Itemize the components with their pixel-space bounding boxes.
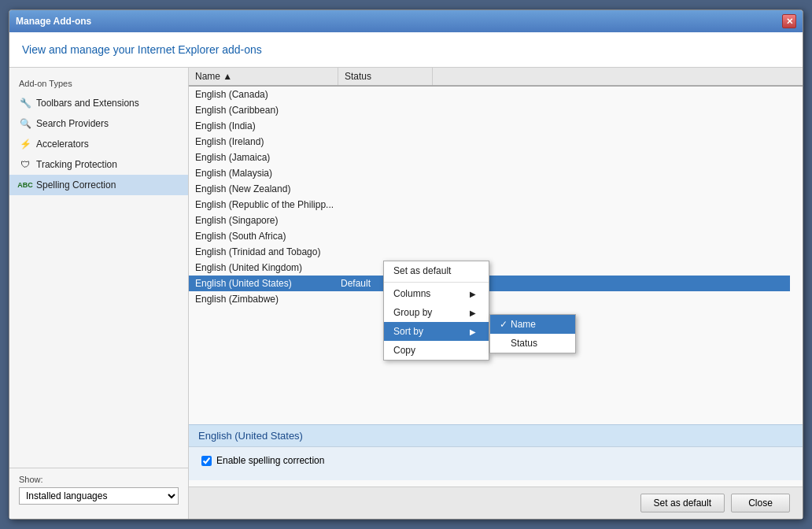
sidebar-toolbars-label: Toolbars and Extensions <box>36 98 139 109</box>
toolbars-icon: 🔧 <box>19 97 31 109</box>
search-icon: 🔍 <box>19 117 31 130</box>
list-item-name: English (Trinidad and Tobago) <box>195 246 341 257</box>
set-as-default-button[interactable]: Set as default <box>640 494 725 512</box>
header-text: View and manage your Internet Explorer a… <box>22 43 262 56</box>
list-item-name: English (New Zealand) <box>195 183 341 194</box>
window-close-button[interactable]: ✕ <box>782 14 796 28</box>
list-item-name: English (Ireland) <box>195 136 341 147</box>
enable-spelling-checkbox[interactable] <box>201 456 212 466</box>
col-status[interactable]: Status <box>338 68 433 85</box>
bottom-section: Enable spelling correction <box>189 446 803 480</box>
list-item[interactable]: English (Trinidad and Tobago) <box>189 244 790 260</box>
list-item-name: English (Jamaica) <box>195 152 341 163</box>
context-copy[interactable]: Copy <box>384 341 489 360</box>
list-item[interactable]: English (Republic of the Philipp... <box>189 197 790 213</box>
list-item-name: English (Singapore) <box>195 215 341 226</box>
title-bar: Manage Add-ons ✕ <box>9 10 803 32</box>
spelling-icon: ABC <box>19 179 31 191</box>
sort-by-name[interactable]: ✓ Name <box>490 315 575 334</box>
group-by-arrow: ▶ <box>470 309 476 317</box>
close-button[interactable]: Close <box>731 494 790 512</box>
list-item[interactable]: English (Singapore) <box>189 213 790 228</box>
list-item[interactable]: English (India) <box>189 118 790 134</box>
show-label: Show: <box>19 475 179 484</box>
columns-arrow: ▶ <box>470 290 476 298</box>
list-item-name: English (Zimbabwe) <box>195 294 341 305</box>
name-checkmark: ✓ <box>500 319 507 330</box>
list-item[interactable]: English (Canada) <box>189 87 790 102</box>
manage-addons-window: Manage Add-ons ✕ View and manage your In… <box>9 9 803 520</box>
list-header: Name ▲ Status <box>189 68 803 87</box>
list-item[interactable]: English (Malaysia) <box>189 165 790 181</box>
context-set-default[interactable]: Set as default <box>384 261 489 280</box>
context-sort-by[interactable]: Sort by ▶ <box>384 322 489 341</box>
tracking-icon: 🛡 <box>19 158 31 171</box>
col-name[interactable]: Name ▲ <box>189 68 338 85</box>
selected-info-bar: English (United States) <box>189 424 803 446</box>
context-sep-1 <box>384 282 489 283</box>
list-item[interactable]: English (Zimbabwe) <box>189 291 790 307</box>
list-item[interactable]: English (Jamaica) <box>189 150 790 165</box>
list-item-name: English (Republic of the Philipp... <box>195 199 341 210</box>
enable-spelling-row: Enable spelling correction <box>201 455 790 466</box>
context-menu: Set as default Columns ▶ Group by ▶ Sort… <box>383 261 489 361</box>
list-item-name: English (United Kingdom) <box>195 262 341 273</box>
sidebar-item-toolbars[interactable]: 🔧 Toolbars and Extensions <box>9 93 188 113</box>
sort-by-status[interactable]: ✓ Status <box>490 334 575 353</box>
sidebar-tracking-label: Tracking Protection <box>36 159 117 170</box>
list-item[interactable]: English (United Kingdom) <box>189 260 790 276</box>
sidebar-item-search[interactable]: 🔍 Search Providers <box>9 113 188 134</box>
list-item[interactable]: English (New Zealand) <box>189 181 790 197</box>
right-panel: Name ▲ Status English (Canada) English (… <box>189 68 803 519</box>
sidebar-item-spelling[interactable]: ABC Spelling Correction <box>9 175 188 195</box>
selected-language-name: English (United States) <box>198 430 303 442</box>
context-columns[interactable]: Columns ▶ <box>384 284 489 303</box>
sidebar-search-label: Search Providers <box>36 118 109 129</box>
list-item[interactable]: English (Ireland) <box>189 134 790 150</box>
list-item-name: English (United States) <box>195 278 341 289</box>
context-group-by[interactable]: Group by ▶ <box>384 303 489 322</box>
sidebar: Add-on Types 🔧 Toolbars and Extensions 🔍… <box>9 68 189 519</box>
list-item-name: English (Caribbean) <box>195 105 341 116</box>
accelerators-icon: ⚡ <box>19 138 31 150</box>
main-content: Add-on Types 🔧 Toolbars and Extensions 🔍… <box>9 68 803 519</box>
sidebar-item-accelerators[interactable]: ⚡ Accelerators <box>9 134 188 154</box>
language-list[interactable]: English (Canada) English (Caribbean) Eng… <box>189 87 803 424</box>
list-item[interactable]: English (United States) Default <box>189 276 790 291</box>
bottom-buttons: Set as default Close <box>189 486 803 519</box>
list-item[interactable]: English (Caribbean) <box>189 102 790 118</box>
list-item-name: English (Malaysia) <box>195 168 341 179</box>
show-select[interactable]: Installed languages All add-ons Currentl… <box>19 487 179 505</box>
sort-submenu: ✓ Name ✓ Status <box>489 314 576 353</box>
sidebar-item-tracking[interactable]: 🛡 Tracking Protection <box>9 154 188 175</box>
show-section: Show: Installed languages All add-ons Cu… <box>9 468 188 511</box>
addon-types-label: Add-on Types <box>9 76 188 93</box>
sidebar-accelerators-label: Accelerators <box>36 139 89 150</box>
enable-spelling-label: Enable spelling correction <box>216 455 324 466</box>
list-item[interactable]: English (South Africa) <box>189 228 790 244</box>
sidebar-spelling-label: Spelling Correction <box>36 179 116 191</box>
header-banner: View and manage your Internet Explorer a… <box>9 32 803 68</box>
list-item-name: English (India) <box>195 120 341 131</box>
window-title: Manage Add-ons <box>16 16 91 27</box>
list-item-name: English (South Africa) <box>195 231 341 242</box>
status-checkmark: ✓ <box>500 338 507 349</box>
list-item-name: English (Canada) <box>195 89 341 100</box>
sort-by-arrow: ▶ <box>470 327 476 336</box>
